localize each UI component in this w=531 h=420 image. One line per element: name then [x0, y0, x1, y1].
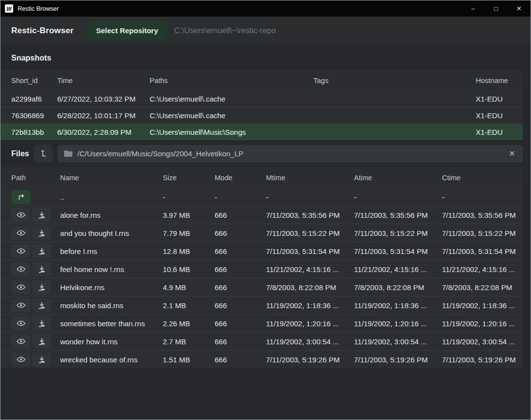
files-table: .. - - - - - alone for.rns	[0, 188, 531, 368]
file-ctime: 7/11/2003, 5:35:56 PM	[442, 211, 523, 219]
file-name: before I.rns	[60, 247, 163, 255]
snapshot-row[interactable]: a2299af6 6/27/2022, 10:03:32 PM C:\Users…	[0, 91, 523, 107]
eye-icon	[17, 212, 25, 218]
preview-file-button[interactable]	[11, 208, 30, 222]
app-window: W Restic Browser – □ ✕ Restic-Browser Se…	[0, 0, 531, 420]
empty-area	[0, 368, 531, 420]
column-header: Path	[11, 174, 60, 182]
file-row: and you thought I.rns 7.79 MB 666 7/11/2…	[0, 224, 523, 242]
preview-file-button[interactable]	[11, 262, 30, 276]
maximize-button[interactable]: □	[485, 0, 508, 17]
download-file-button[interactable]	[32, 335, 51, 349]
file-name: feel home now !.rns	[60, 265, 163, 273]
window-title: Restic Browser	[18, 5, 59, 12]
file-size: 3.97 MB	[163, 211, 215, 219]
file-mode: 666	[215, 356, 266, 364]
file-row: before I.rns 12.8 MB 666 7/11/2003, 5:31…	[0, 242, 523, 260]
clear-path-icon[interactable]: ✕	[508, 149, 516, 158]
column-header: Paths	[150, 77, 313, 84]
file-ctime: 7/11/2003, 5:15:22 PM	[442, 229, 523, 237]
go-up-directory-button[interactable]	[11, 190, 31, 204]
snapshot-row[interactable]: 72b813bb 6/30/2022, 2:28:09 PM C:\Users\…	[0, 124, 523, 140]
download-file-button[interactable]	[32, 298, 51, 313]
eye-icon	[17, 266, 25, 272]
file-mtime: 7/11/2003, 5:35:56 PM	[266, 211, 354, 219]
download-icon	[38, 248, 45, 255]
file-atime: 7/11/2003, 5:19:26 PM	[354, 356, 442, 364]
preview-file-button[interactable]	[11, 353, 30, 367]
file-ctime: 11/19/2002, 1:20:16 ...	[442, 319, 523, 328]
snapshots-table-header: Short_idTimePathsTagsHostname	[0, 70, 523, 91]
file-size: -	[163, 193, 215, 201]
file-atime: 7/11/2003, 5:31:54 PM	[354, 247, 442, 255]
file-ctime: 7/8/2003, 8:22:08 PM	[442, 283, 523, 292]
eye-icon	[17, 338, 25, 344]
eye-icon	[17, 230, 25, 236]
file-atime: 11/19/2002, 3:00:54 ...	[354, 337, 442, 346]
select-repository-button[interactable]: Select Repository	[87, 21, 168, 40]
file-mtime: 7/11/2003, 5:31:54 PM	[266, 247, 354, 255]
file-row: moskito he said.rns 2.1 MB 666 11/19/200…	[0, 296, 523, 314]
dir-root-icon	[39, 149, 47, 158]
file-size: 2.7 MB	[163, 337, 215, 346]
file-size: 4.9 MB	[163, 283, 215, 292]
download-icon	[38, 230, 45, 237]
download-icon	[38, 338, 45, 345]
preview-file-button[interactable]	[11, 298, 30, 313]
file-mode: 666	[215, 265, 266, 273]
file-name: wonder how it.rns	[60, 337, 163, 346]
file-name: ..	[60, 193, 163, 201]
parent-dir-row: .. - - - - -	[0, 188, 523, 206]
file-row: sometimes better than.rns 2.26 MB 666 11…	[0, 314, 523, 332]
file-mode: 666	[215, 301, 266, 310]
preview-file-button[interactable]	[11, 226, 30, 240]
download-file-button[interactable]	[32, 280, 51, 294]
column-header: Mtime	[266, 174, 354, 182]
download-file-button[interactable]	[32, 262, 51, 276]
file-atime: -	[354, 193, 442, 201]
download-file-button[interactable]	[32, 226, 51, 240]
file-atime: 11/21/2002, 4:15:16 ...	[354, 265, 442, 273]
download-icon	[38, 284, 45, 291]
preview-file-button[interactable]	[11, 280, 30, 294]
files-table-header: PathNameSizeModeMtimeAtimeCtime	[0, 167, 523, 188]
set-root-button[interactable]	[34, 145, 53, 163]
file-ctime: 7/11/2003, 5:31:54 PM	[442, 247, 523, 255]
files-toolbar: Files /C/Users/emuell/Music/Songs/2004_H…	[0, 140, 531, 167]
snapshot-short-id: 72b813bb	[11, 128, 57, 136]
download-icon	[38, 356, 45, 363]
app-logo-icon: W	[5, 4, 13, 13]
file-mtime: 11/21/2002, 4:15:16 ...	[266, 265, 354, 273]
snapshots-section-title: Snapshots	[0, 44, 531, 70]
download-file-button[interactable]	[32, 244, 51, 258]
download-file-button[interactable]	[32, 208, 51, 222]
file-size: 2.26 MB	[163, 319, 215, 328]
app-header: Restic-Browser Select Repository C:\User…	[0, 17, 531, 44]
column-header: Time	[57, 77, 150, 84]
close-button[interactable]: ✕	[508, 0, 531, 17]
minimize-button[interactable]: –	[462, 0, 485, 17]
preview-file-button[interactable]	[11, 316, 30, 331]
download-icon	[38, 266, 45, 273]
download-file-button[interactable]	[32, 316, 51, 331]
file-row: wonder how it.rns 2.7 MB 666 11/19/2002,…	[0, 332, 523, 350]
snapshot-paths: C:\Users\emuell\.cache	[150, 95, 313, 103]
file-atime: 7/11/2003, 5:35:56 PM	[354, 211, 442, 219]
column-header: Mode	[215, 174, 266, 182]
preview-file-button[interactable]	[11, 244, 30, 258]
eye-icon	[17, 302, 25, 308]
eye-icon	[17, 284, 25, 290]
file-name: Helvikone.rns	[60, 283, 163, 292]
column-header: Size	[163, 174, 215, 182]
snapshot-row[interactable]: 76306869 6/28/2022, 10:01:17 PM C:\Users…	[0, 107, 523, 124]
file-size: 7.79 MB	[163, 229, 215, 237]
repository-path-field[interactable]: C:\Users\emuell\~\restic-repo	[174, 26, 276, 35]
file-row: Helvikone.rns 4.9 MB 666 7/8/2003, 8:22:…	[0, 278, 523, 296]
file-ctime: 11/21/2002, 4:15:16 ...	[442, 265, 523, 273]
file-size: 1.51 MB	[163, 356, 215, 364]
path-bar[interactable]: /C/Users/emuell/Music/Songs/2004_Helveti…	[58, 145, 523, 163]
download-file-button[interactable]	[32, 353, 51, 367]
file-name: sometimes better than.rns	[60, 319, 163, 328]
file-mtime: 7/11/2003, 5:15:22 PM	[266, 229, 354, 237]
preview-file-button[interactable]	[11, 335, 30, 349]
